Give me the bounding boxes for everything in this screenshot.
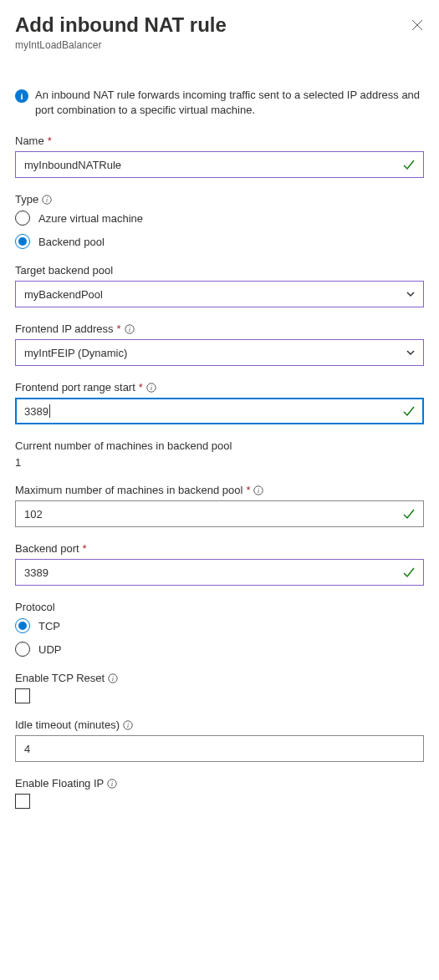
target-pool-select[interactable]: myBackendPool <box>15 281 424 307</box>
type-radio-pool-label: Backend pool <box>38 236 105 248</box>
help-icon[interactable]: i <box>146 383 156 393</box>
page-subtitle: myIntLoadBalancer <box>15 39 227 51</box>
help-icon[interactable]: i <box>123 720 133 730</box>
radio-icon <box>15 618 30 633</box>
required-indicator: * <box>246 484 250 496</box>
frontend-port-start-input[interactable]: 3389 <box>15 398 424 424</box>
protocol-radio-tcp-label: TCP <box>38 620 60 632</box>
close-button[interactable] <box>411 18 424 32</box>
check-icon <box>402 158 416 171</box>
protocol-radio-udp[interactable]: UDP <box>15 642 424 657</box>
help-icon[interactable]: i <box>108 673 118 683</box>
help-icon[interactable]: i <box>42 195 52 205</box>
protocol-radio-tcp[interactable]: TCP <box>15 618 424 633</box>
help-icon[interactable]: i <box>125 324 135 334</box>
floating-ip-checkbox[interactable] <box>15 794 30 809</box>
help-icon[interactable]: i <box>107 779 117 789</box>
svg-text:i: i <box>46 195 48 204</box>
svg-text:i: i <box>258 486 260 495</box>
svg-text:i: i <box>128 325 130 333</box>
svg-text:i: i <box>127 721 130 729</box>
tcp-reset-label: Enable TCP Reset <box>15 672 105 684</box>
page-title: Add inbound NAT rule <box>15 13 227 38</box>
svg-text:i: i <box>151 383 153 392</box>
current-machines-value: 1 <box>15 456 424 469</box>
required-indicator: * <box>139 381 143 394</box>
svg-text:i: i <box>111 779 114 788</box>
protocol-radio-udp-label: UDP <box>38 643 61 656</box>
info-icon: i <box>15 89 28 103</box>
idle-timeout-label: Idle timeout (minutes) <box>15 718 120 731</box>
required-indicator: * <box>48 135 52 147</box>
name-label: Name <box>15 135 44 147</box>
type-radio-vm-label: Azure virtual machine <box>38 212 143 225</box>
idle-timeout-input[interactable] <box>15 735 424 762</box>
required-indicator: * <box>117 322 121 335</box>
frontend-ip-label: Frontend IP address <box>15 322 114 335</box>
floating-ip-label: Enable Floating IP <box>15 777 104 790</box>
name-input[interactable] <box>15 151 424 178</box>
svg-text:i: i <box>112 674 115 683</box>
backend-port-input[interactable] <box>15 559 424 586</box>
frontend-ip-select[interactable]: myIntFEIP (Dynamic) <box>15 339 424 366</box>
backend-port-label: Backend port <box>15 542 79 555</box>
check-icon <box>402 566 416 579</box>
svg-text:i: i <box>20 91 23 101</box>
info-text: An inbound NAT rule forwards incoming tr… <box>35 88 424 118</box>
type-radio-pool[interactable]: Backend pool <box>15 234 424 249</box>
check-icon <box>402 404 416 418</box>
close-icon <box>411 19 423 31</box>
radio-icon <box>15 234 30 249</box>
type-radio-vm[interactable]: Azure virtual machine <box>15 211 424 226</box>
help-icon[interactable]: i <box>253 485 263 495</box>
radio-icon <box>15 642 30 657</box>
frontend-port-start-label: Frontend port range start <box>15 381 135 394</box>
max-machines-label: Maximum number of machines in backend po… <box>15 484 242 496</box>
required-indicator: * <box>83 542 87 555</box>
max-machines-input[interactable] <box>15 500 424 527</box>
protocol-label: Protocol <box>15 601 55 613</box>
tcp-reset-checkbox[interactable] <box>15 688 30 703</box>
check-icon <box>402 507 416 520</box>
radio-icon <box>15 211 30 226</box>
target-pool-label: Target backend pool <box>15 264 113 277</box>
type-label: Type <box>15 193 38 206</box>
current-machines-label: Current number of machines in backend po… <box>15 439 232 452</box>
